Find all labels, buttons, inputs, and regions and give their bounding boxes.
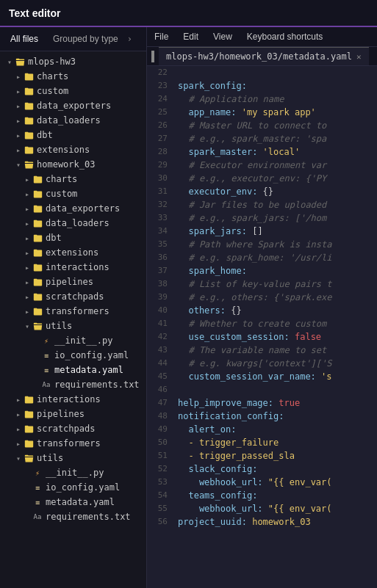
tree-item-io-1[interactable]: ≡io_config.yaml <box>0 348 146 363</box>
tree-item-req-2[interactable]: Aarequirements.txt <box>0 509 146 524</box>
tree-arrow <box>6 58 13 65</box>
close-tab-icon[interactable]: ✕ <box>356 52 362 62</box>
line-number: 55 <box>147 502 173 515</box>
file-yaml-icon: ≡ <box>41 350 51 360</box>
tree-item-charts-2[interactable]: charts <box>0 172 146 186</box>
tree-item-dbt-1[interactable]: dbt <box>0 128 146 142</box>
tree-label: requirements.txt <box>54 380 140 390</box>
code-line: 33 # e.g., spark_jars: ['/hom <box>147 211 377 225</box>
tree-item-io-2[interactable]: ≡io_config.yaml <box>0 480 146 495</box>
tree-arrow <box>24 219 31 227</box>
tree-item-data_loaders-2[interactable]: data_loaders <box>0 216 146 231</box>
tree-item-data_exporters-2[interactable]: data_exporters <box>0 201 146 216</box>
folder-icon <box>32 189 43 199</box>
line-number: 54 <box>147 489 173 502</box>
tree-item-scratchpads-2[interactable]: scratchpads <box>0 421 146 436</box>
tree-arrow <box>24 278 31 286</box>
tree-item-scratchpads-1[interactable]: scratchpads <box>0 289 146 304</box>
tree-item-utils-1[interactable]: utils <box>0 319 146 333</box>
code-area[interactable]: 2223spark_config:24 # Application name25… <box>147 66 377 588</box>
code-line: 50 - trigger_failure <box>147 436 377 449</box>
data-icon <box>32 218 43 228</box>
tree-item-utils-2[interactable]: utils <box>0 451 146 465</box>
tree-arrow <box>24 264 31 271</box>
line-content: # e.g. kwargs['context']['S <box>173 357 377 370</box>
tree-item-req-1[interactable]: Aarequirements.txt <box>0 377 146 392</box>
line-number: 23 <box>147 79 173 92</box>
line-content: spark_config: <box>173 79 377 92</box>
line-number: 53 <box>147 476 173 489</box>
tree-label: requirements.txt <box>46 512 131 522</box>
tree-label: data_loaders <box>46 218 109 228</box>
code-line: 56project_uuid: homework_03 <box>147 515 377 529</box>
tab-grouped-by-type[interactable]: Grouped by type <box>49 32 123 46</box>
settings-icon <box>32 174 43 184</box>
tree-item-custom-1[interactable]: custom <box>0 84 146 98</box>
tree-item-pipelines-1[interactable]: pipelines <box>0 275 146 289</box>
tree-arrow <box>15 425 22 432</box>
line-content: # e.g., spark_master: 'spa <box>173 132 377 145</box>
tree-label: scratchpads <box>37 424 95 434</box>
tree-item-extensions-2[interactable]: extensions <box>0 245 146 260</box>
line-number: 52 <box>147 462 173 476</box>
code-line: 55 webhook_url: "{{ env_var( <box>147 502 377 515</box>
line-number: 51 <box>147 449 173 462</box>
tree-label: interactions <box>46 262 109 272</box>
tree-arrow <box>24 308 31 315</box>
line-number: 36 <box>147 251 173 264</box>
tab-all-files[interactable]: All files <box>6 32 43 46</box>
sidebar: All files Grouped by type › mlops-hw3cha… <box>0 27 147 588</box>
tree-item-init-2[interactable]: ⚡__init__.py <box>0 465 146 480</box>
tree-item-pipelines-2[interactable]: pipelines <box>0 407 146 421</box>
line-content: # e.g. spark_home: '/usr/li <box>173 251 377 264</box>
code-line: 22 <box>147 66 377 79</box>
tree-arrow <box>24 498 31 506</box>
tree-item-charts-1[interactable]: charts <box>0 69 146 84</box>
app-title: Text editor <box>9 7 61 19</box>
line-content: use_custom_session: false <box>173 330 377 344</box>
tree-label: transformers <box>46 306 109 316</box>
tree-label: __init__.py <box>46 468 104 478</box>
tree-arrow <box>32 381 40 388</box>
tree-arrow <box>15 410 22 418</box>
code-line: 49 alert_on: <box>147 423 377 436</box>
tree-label: extensions <box>46 247 98 258</box>
code-line: 29 # Executor environment var <box>147 159 377 172</box>
tree-item-transformers-2[interactable]: transformers <box>0 436 146 451</box>
error-icon <box>24 130 34 140</box>
tree-label: data_exporters <box>46 203 120 214</box>
tree-item-init-1[interactable]: ⚡__init__.py <box>0 333 146 348</box>
tree-item-extensions-1[interactable]: extensions <box>0 142 146 157</box>
active-file-tab[interactable]: mlops-hw3/homework_03/metadata.yaml ✕ <box>159 47 369 65</box>
folder-icon <box>24 424 34 434</box>
tree-label: data_exporters <box>37 101 111 111</box>
tree-item-metadata-1[interactable]: ≡metadata.yaml <box>0 363 146 377</box>
tree-item-metadata-2[interactable]: ≡metadata.yaml <box>0 495 146 509</box>
tree-item-custom-2[interactable]: custom <box>0 186 146 201</box>
tree-item-interactions-2[interactable]: interactions <box>0 392 146 407</box>
line-number: 38 <box>147 277 173 291</box>
tree-item-dbt-2[interactable]: dbt <box>0 231 146 245</box>
tree-item-interactions-1[interactable]: interactions <box>0 260 146 275</box>
folder-icon <box>32 291 43 302</box>
tree-item-mlops-hw3[interactable]: mlops-hw3 <box>0 54 146 69</box>
menu-item-edit[interactable]: Edit <box>176 27 206 46</box>
menu-item-file[interactable]: File <box>147 27 176 46</box>
tree-item-data_loaders-1[interactable]: data_loaders <box>0 113 146 128</box>
folder-open-icon <box>24 159 34 170</box>
tree-arrow <box>15 87 22 95</box>
tree-label: extensions <box>37 145 90 155</box>
tree-label: dbt <box>37 130 53 140</box>
tree-item-data_exporters-1[interactable]: data_exporters <box>0 98 146 113</box>
tree-item-transformers-1[interactable]: transformers <box>0 304 146 319</box>
menu-item-view[interactable]: View <box>206 27 240 46</box>
menu-item-keyboard-shortcuts[interactable]: Keyboard shortcuts <box>240 27 330 46</box>
tree-item-homework_03[interactable]: homework_03 <box>0 157 146 172</box>
code-line: 23spark_config: <box>147 79 377 92</box>
file-yaml-icon: ≡ <box>41 365 51 375</box>
tree-label: utils <box>46 321 72 331</box>
extension-icon <box>24 145 34 155</box>
settings-icon <box>24 71 34 81</box>
code-line: 36 # e.g. spark_home: '/usr/li <box>147 251 377 264</box>
editor-area: FileEditViewKeyboard shortcuts mlops-hw3… <box>147 27 377 588</box>
